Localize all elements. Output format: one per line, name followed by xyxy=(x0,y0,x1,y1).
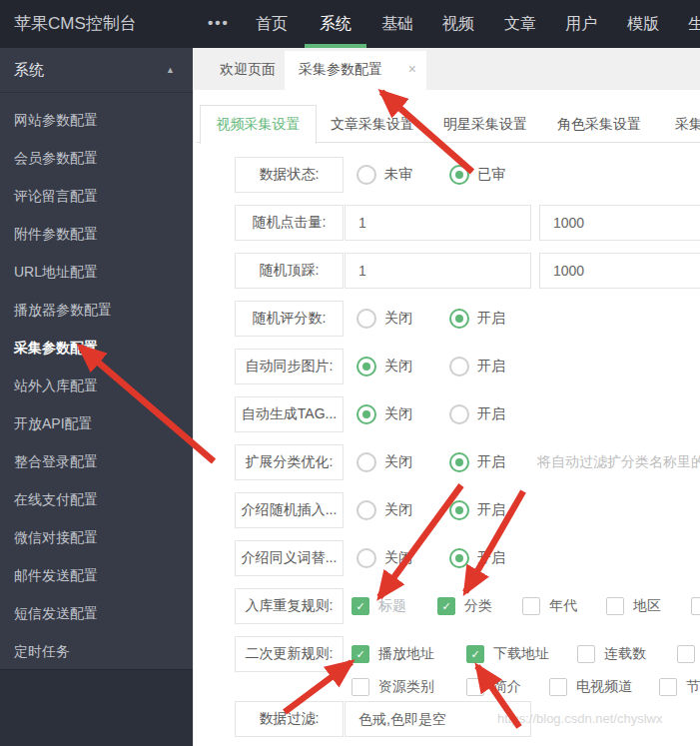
radio-label: 开启 xyxy=(477,501,505,519)
radio-label: 关闭 xyxy=(384,358,412,375)
sidebar-item-7[interactable]: 采集参数配置 xyxy=(0,329,193,367)
sidebar-item-9[interactable]: 开放API配置 xyxy=(0,404,193,442)
chevron-up-icon: ▲ xyxy=(166,48,175,92)
sidebar-item-5[interactable]: URL地址配置 xyxy=(0,253,193,291)
sidebar-menu: 网站参数配置会员参数配置评论留言配置附件参数配置URL地址配置播放器参数配置采集… xyxy=(0,93,193,670)
sidebar-item-3[interactable]: 评论留言配置 xyxy=(0,177,193,215)
sidebar-item-10[interactable]: 整合登录配置 xyxy=(0,442,193,480)
sidebar-group-system[interactable]: 系统 ▲ xyxy=(0,48,193,93)
subtab-5[interactable]: 采集 xyxy=(675,105,700,143)
radio-label: 开启 xyxy=(477,549,505,567)
checkbox-label: 播放地址 xyxy=(378,645,434,663)
radio-option-6-2[interactable]: 开启 xyxy=(449,404,505,424)
radio-option-8-2[interactable]: 开启 xyxy=(449,500,505,520)
checkbox-option-10-4[interactable]: 地区 xyxy=(606,597,661,615)
radio-label: 关闭 xyxy=(384,453,412,471)
tab-strip: 欢迎页面 采集参数配置 × xyxy=(193,48,700,90)
radio-option-1-1[interactable]: 未审 xyxy=(356,165,412,185)
checkbox-label: 节 xyxy=(686,678,700,696)
sidebar-item-2[interactable]: 会员参数配置 xyxy=(0,139,193,177)
form-input-2-1[interactable]: 1 xyxy=(345,205,531,241)
checkbox-option2-11-3[interactable]: 电视频道 xyxy=(549,678,632,696)
subtab-3[interactable]: 明星采集设置 xyxy=(443,105,527,143)
checkbox-option-10-5[interactable] xyxy=(691,597,700,615)
sidebar-item-6[interactable]: 播放器参数配置 xyxy=(0,291,193,329)
form-input-3-2[interactable]: 1000 xyxy=(539,253,700,289)
sidebar-item-11[interactable]: 在线支付配置 xyxy=(0,480,193,518)
radio-label: 关闭 xyxy=(384,501,412,519)
radio-unchecked xyxy=(356,548,376,568)
topnav-item-6[interactable]: 用户 xyxy=(565,0,597,48)
checkbox-option-10-3[interactable]: 年代 xyxy=(522,597,577,615)
checkbox-checked: ✓ xyxy=(351,645,369,663)
checkbox-option-10-2[interactable]: ✓分类 xyxy=(437,597,492,615)
sidebar-item-15[interactable]: 定时任务 xyxy=(0,632,193,670)
topnav-item-5[interactable]: 文章 xyxy=(504,0,536,48)
radio-label: 关闭 xyxy=(384,310,412,328)
checkbox-option-11-3[interactable]: 连载数 xyxy=(577,645,646,663)
checkbox-unchecked xyxy=(351,678,369,696)
radio-unchecked xyxy=(449,357,469,376)
form-label-12: 数据过滤: xyxy=(235,701,344,737)
radio-option-7-2[interactable]: 开启 xyxy=(449,452,505,472)
radio-checked xyxy=(356,404,376,424)
radio-option-9-2[interactable]: 开启 xyxy=(449,548,505,568)
checkbox-checked: ✓ xyxy=(351,597,369,615)
subtab-4[interactable]: 角色采集设置 xyxy=(557,105,641,143)
radio-option-9-1[interactable]: 关闭 xyxy=(356,548,412,568)
checkbox-label: 地区 xyxy=(633,597,661,615)
topnav-item-3[interactable]: 基础 xyxy=(381,0,413,48)
checkbox-option2-11-2[interactable]: 简介 xyxy=(466,678,521,696)
checkbox-label: 标题 xyxy=(378,597,406,615)
checkbox-option2-11-4[interactable]: 节 xyxy=(659,678,700,696)
sidebar-item-8[interactable]: 站外入库配置 xyxy=(0,367,193,404)
checkbox-option-11-1[interactable]: ✓播放地址 xyxy=(351,645,434,663)
sidebar-item-4[interactable]: 附件参数配置 xyxy=(0,215,193,253)
form-label-1: 数据状态: xyxy=(235,157,344,193)
radio-option-6-1[interactable]: 关闭 xyxy=(356,404,412,424)
checkbox-option-11-4[interactable] xyxy=(677,645,695,663)
radio-label: 已审 xyxy=(477,166,505,184)
radio-checked xyxy=(449,548,469,568)
form-input-3-1[interactable]: 1 xyxy=(345,253,531,289)
tab-welcome[interactable]: 欢迎页面 xyxy=(220,48,276,90)
radio-option-7-1[interactable]: 关闭 xyxy=(356,452,412,472)
radio-option-4-2[interactable]: 开启 xyxy=(449,309,505,329)
subtab-video-collect[interactable]: 视频采集设置 xyxy=(200,105,317,144)
radio-label: 开启 xyxy=(477,453,505,471)
checkbox-label: 电视频道 xyxy=(576,678,632,696)
checkbox-unchecked xyxy=(606,597,624,615)
subtab-2[interactable]: 文章采集设置 xyxy=(331,105,414,143)
checkbox-label: 简介 xyxy=(493,678,521,696)
sidebar-item-1[interactable]: 网站参数配置 xyxy=(0,101,193,139)
radio-unchecked xyxy=(356,500,376,520)
checkbox-checked: ✓ xyxy=(437,597,455,615)
checkbox-label: 连载数 xyxy=(604,645,646,663)
sidebar-item-13[interactable]: 邮件发送配置 xyxy=(0,556,193,594)
close-icon[interactable]: × xyxy=(408,51,416,90)
topnav-item-1[interactable]: 首页 xyxy=(256,0,288,48)
topnav-item-8[interactable]: 生 xyxy=(688,0,700,48)
topnav-item-7[interactable]: 模版 xyxy=(627,0,659,48)
radio-option-5-1[interactable]: 关闭 xyxy=(356,357,412,376)
radio-option-5-2[interactable]: 开启 xyxy=(449,357,505,376)
radio-option-4-1[interactable]: 关闭 xyxy=(356,309,412,329)
checkbox-option2-11-1[interactable]: 资源类别 xyxy=(351,678,434,696)
form-label-9: 介绍同义词替... xyxy=(235,540,344,576)
checkbox-option-11-2[interactable]: ✓下载地址 xyxy=(466,645,549,663)
sidebar-item-14[interactable]: 短信发送配置 xyxy=(0,594,193,632)
radio-label: 开启 xyxy=(477,310,505,328)
form-input-2-2[interactable]: 1000 xyxy=(539,205,700,241)
tab-collect-config[interactable]: 采集参数配置 × xyxy=(285,51,426,90)
form-label-6: 自动生成TAG... xyxy=(235,396,344,432)
checkbox-unchecked xyxy=(577,645,595,663)
checkbox-option-10-1[interactable]: ✓标题 xyxy=(351,597,406,615)
topnav-item-2[interactable]: 系统 xyxy=(320,0,351,48)
topnav-item-4[interactable]: 视频 xyxy=(442,0,474,48)
sidebar-item-12[interactable]: 微信对接配置 xyxy=(0,518,193,556)
radio-option-8-1[interactable]: 关闭 xyxy=(356,500,412,520)
form-label-5: 自动同步图片: xyxy=(235,349,344,384)
menu-dots-icon[interactable]: ••• xyxy=(208,0,230,46)
radio-option-1-2[interactable]: 已审 xyxy=(449,165,505,185)
app-logo: 苹果CMS控制台 xyxy=(14,0,137,48)
